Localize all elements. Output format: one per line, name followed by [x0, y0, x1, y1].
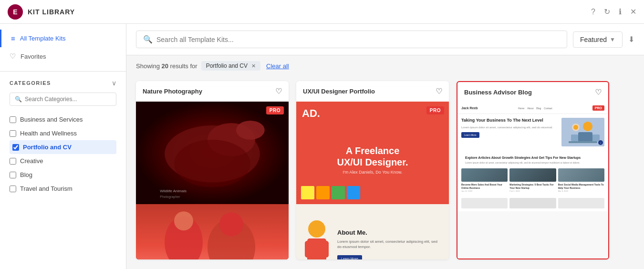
bab-nav: Home About Blog Contact [518, 107, 552, 110]
bab-article-1: Become More Sales And Boost Your Online … [461, 168, 508, 192]
sort-dropdown[interactable]: Featured ▼ [573, 31, 623, 48]
cards-grid: Nature Photography ♡ [126, 76, 644, 269]
svg-point-11 [219, 212, 243, 236]
category-item-health[interactable]: Health and Wellness [10, 126, 116, 140]
app-logo: E [8, 4, 23, 20]
content-area: 🔍 Featured ▼ ⬇ Showing 20 results for Po… [126, 24, 644, 269]
bab-nav-item-2: About [527, 107, 533, 110]
bab-scroll-icon: ↓ [600, 141, 602, 144]
category-checkbox-business[interactable] [10, 116, 16, 123]
search-icon: 🔍 [143, 35, 153, 44]
info-icon[interactable]: ℹ [619, 7, 622, 16]
card-heart-uxui[interactable]: ♡ [436, 87, 442, 96]
bab-placeholder-2 [509, 198, 556, 208]
search-input[interactable] [156, 36, 560, 43]
svg-point-3 [236, 121, 265, 140]
category-item-portfolio[interactable]: Portfolio and CV [10, 140, 116, 154]
showing-suffix: results for [170, 62, 197, 70]
bab-more-content [457, 196, 608, 211]
bab-hero-image: ↓ [561, 118, 604, 146]
filter-tag-label: Portfolio and CV [206, 62, 248, 69]
uxui-color-blocks [301, 186, 360, 199]
uxui-figure-svg [300, 217, 333, 259]
snake-svg: Wildlife Animals Photographer [136, 102, 289, 204]
card-uxui[interactable]: UX/UI Designer Portfolio ♡ AD. A Freelan… [296, 81, 449, 259]
svg-point-4 [174, 140, 250, 187]
filter-tag-remove-icon[interactable]: ✕ [251, 63, 256, 69]
uxui-hero-text: A FreelanceUX/UI Designer. I'm Alex Dani… [337, 145, 408, 175]
category-checkbox-blog[interactable] [10, 172, 16, 178]
close-icon[interactable]: ✕ [630, 7, 636, 16]
category-checkbox-creative[interactable] [10, 158, 16, 165]
category-checkbox-health[interactable] [10, 130, 16, 137]
refresh-icon[interactable]: ↻ [604, 7, 610, 16]
sidebar-item-label-favorites: Favorites [21, 53, 46, 60]
question-icon[interactable]: ? [591, 8, 595, 16]
top-bar-icons: ? ↻ ℹ ✕ [591, 7, 636, 16]
sidebar-item-all-kits[interactable]: ≡ All Template Kits [0, 30, 126, 47]
download-icon[interactable]: ⬇ [628, 35, 634, 44]
search-categories-icon: 🔍 [15, 96, 22, 103]
bab-scroll-btn: ↓ [598, 140, 603, 145]
category-checkbox-portfolio[interactable] [12, 144, 19, 151]
bab-nav-item-3: Blog [536, 107, 541, 110]
search-categories-box[interactable]: 🔍 [10, 93, 116, 106]
category-label-health: Health and Wellness [20, 130, 77, 137]
uxui-about-section: About Me. Lorem ipsum dolor sit amet, co… [333, 229, 445, 259]
category-item-travel[interactable]: Travel and Tourism [10, 182, 116, 196]
results-bar: Showing 20 results for Portfolio and CV … [126, 55, 644, 76]
all-kits-icon: ≡ [11, 34, 15, 42]
uxui-figure-area [300, 217, 333, 259]
category-item-blog[interactable]: Blog [10, 168, 116, 182]
clear-all-button[interactable]: Clear all [266, 62, 289, 70]
card-heart-nature[interactable]: ♡ [275, 87, 282, 96]
bab-hero-btn[interactable]: Learn More [461, 132, 479, 138]
bab-hero-title: Taking Your Business To The Next Level [461, 118, 558, 124]
content-search-bar: 🔍 Featured ▼ ⬇ [126, 24, 644, 55]
svg-rect-24 [578, 132, 592, 143]
svg-rect-18 [305, 241, 311, 258]
bab-article-title-1: Become More Sales And Boost Your Online … [461, 183, 508, 189]
sidebar-item-label-all-kits: All Template Kits [20, 35, 66, 42]
showing-text: Showing 20 results for [136, 62, 197, 70]
card-heart-bab[interactable]: ♡ [595, 88, 602, 97]
search-categories-input[interactable] [25, 96, 111, 103]
bab-article-date-2: Feb 5, 2022 [509, 190, 556, 192]
bab-hero-sub: Lorem ipsum dolor sit amet, consectetur … [461, 125, 558, 129]
sidebar-item-favorites[interactable]: ♡ Favorites [0, 47, 126, 65]
categories-section: CATEGORIES ∨ 🔍 Business and Services Hea… [0, 72, 126, 269]
category-label-blog: Blog [20, 171, 32, 178]
bab-section-title: Explore Articles About Growth Strategies… [461, 153, 604, 161]
uxui-learn-more-btn[interactable]: Learn More [337, 255, 362, 259]
bab-pro-badge: PRO [592, 105, 604, 111]
categories-toggle-icon[interactable]: ∨ [112, 79, 116, 87]
svg-rect-19 [323, 241, 329, 258]
card-image-nature: Wildlife Animals Photographer [136, 102, 289, 259]
categories-label: CATEGORIES [10, 80, 51, 86]
bab-article-3: Best Social Media Management Tools To He… [558, 168, 604, 192]
sidebar-nav: ≡ All Template Kits ♡ Favorites [0, 24, 126, 72]
category-item-creative[interactable]: Creative [10, 154, 116, 168]
category-checkbox-travel[interactable] [10, 186, 16, 192]
sort-label: Featured [580, 36, 607, 43]
card-business-advisor-blog[interactable]: Business Advisor Blog ♡ Jack Reeb Home A… [457, 81, 609, 259]
card-title-nature: Nature Photography [143, 88, 202, 95]
search-box[interactable]: 🔍 [136, 31, 567, 48]
bab-header-strip: Jack Reeb Home About Blog Contact PRO [457, 103, 608, 114]
category-label-business: Business and Services [20, 116, 83, 123]
categories-header: CATEGORIES ∨ [10, 79, 116, 87]
card-header-nature: Nature Photography ♡ [136, 81, 289, 102]
category-item-business[interactable]: Business and Services [10, 113, 116, 126]
svg-rect-25 [571, 134, 578, 141]
svg-point-23 [583, 122, 592, 131]
top-bar: E KIT LIBRARY ? ↻ ℹ ✕ [0, 0, 644, 24]
card-nature-photography[interactable]: Nature Photography ♡ [136, 81, 289, 259]
uxui-block-yellow [301, 186, 314, 199]
bab-article-title-2: Marketing Strategies: 5 Best Tactic For … [509, 183, 556, 189]
uxui-about-heading: About Me. [337, 229, 441, 236]
uxui-headline: A FreelanceUX/UI Designer. [337, 145, 408, 168]
uxui-bottom-section: About Me. Lorem ipsum dolor sit amet, co… [296, 204, 449, 260]
flamingo-visual [136, 204, 289, 260]
bab-hero: Taking Your Business To The Next Level L… [457, 114, 608, 150]
category-label-portfolio: Portfolio and CV [23, 144, 72, 151]
